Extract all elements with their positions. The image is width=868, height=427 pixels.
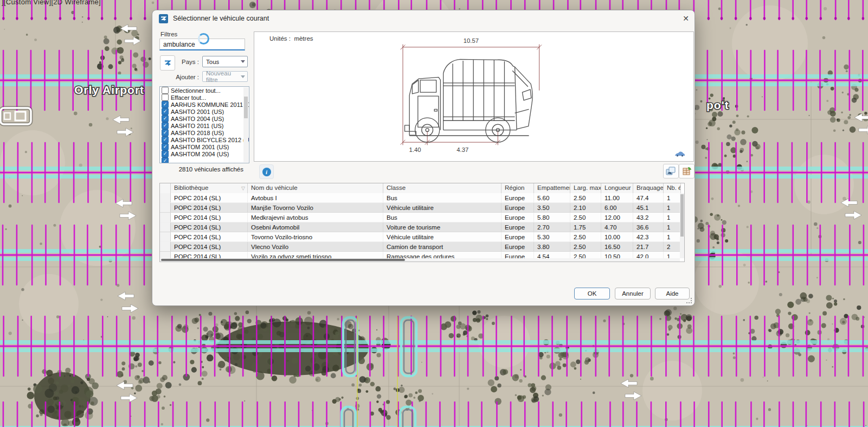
table-export-icon (681, 166, 692, 176)
row-selector[interactable] (160, 213, 171, 222)
library-filter-list[interactable]: Sélectionner tout...Effacer tout...✓AARH… (159, 86, 249, 163)
table-vertical-scrollbar[interactable] (680, 193, 684, 258)
cell: 5.80 (534, 213, 570, 222)
units-label: Unités : (269, 35, 291, 42)
scrollbar-thumb[interactable] (244, 97, 248, 118)
column-header-3[interactable]: Classe (383, 183, 501, 193)
row-selector[interactable] (160, 252, 171, 258)
cell: Voiture de tourisme (383, 222, 501, 232)
checkbox-checked[interactable]: ✓ (162, 143, 169, 150)
row-selector-header[interactable] (160, 183, 171, 193)
info-button[interactable]: i (259, 164, 274, 179)
cell: 1 (664, 252, 680, 258)
cell: 2.10 (570, 203, 601, 212)
cell: POPC 2014 (SL) (171, 193, 248, 202)
column-header-8[interactable]: Braquage... (633, 183, 664, 193)
cancel-button[interactable]: Annuler (615, 288, 651, 299)
map-label-airport-partial: po't (706, 99, 729, 111)
checkbox-checked[interactable]: ✓ (162, 122, 169, 129)
filter-list-item[interactable]: ✓AASHTOM 2004 (US) (160, 150, 249, 157)
row-selector[interactable] (160, 222, 171, 232)
filter-list-item[interactable]: ✓AASHTO 2011 (US) (160, 122, 249, 129)
report-pages-icon (665, 166, 677, 176)
table-row[interactable]: POPC 2014 (SL)Osebni AvtomobilVoiture de… (160, 222, 680, 232)
table-row[interactable]: POPC 2014 (SL)Vlecno VoziloCamion de tra… (160, 242, 680, 252)
ok-button[interactable]: OK (574, 288, 610, 299)
cell: 2 (664, 242, 680, 251)
filter-list-item[interactable]: ✓ (160, 157, 249, 163)
filter-list-item[interactable]: ✓AASHTOM 2001 (US) (160, 143, 249, 150)
cell: 4.54 (534, 252, 570, 258)
units-value: mètres (294, 35, 313, 42)
checkbox-checked[interactable]: ✓ (162, 157, 169, 163)
checkbox-checked[interactable]: ✓ (162, 129, 169, 136)
cell: 45.1 (633, 203, 664, 212)
checkbox-unchecked[interactable] (162, 94, 169, 101)
cell: Medkrajevni avtobus (248, 213, 383, 222)
row-selector[interactable] (160, 203, 171, 212)
checkbox-checked[interactable]: ✓ (162, 136, 169, 143)
country-label: Pays : (171, 59, 199, 65)
cell: 1 (664, 232, 680, 241)
cell: 2.50 (570, 193, 601, 202)
country-select[interactable]: Tous (202, 56, 248, 67)
vehicle-table: Bibliothèque▽Nom du véhiculeClasseRégion… (159, 183, 685, 262)
scrollbar-thumb[interactable] (680, 194, 684, 237)
table-row[interactable]: POPC 2014 (SL)Avtobus IBusEurope5.602.50… (160, 193, 680, 203)
column-header-5[interactable]: Empattement (534, 183, 570, 193)
checkbox-unchecked[interactable] (162, 87, 169, 94)
table-row[interactable]: POPC 2014 (SL)Medkrajevni avtobusBusEuro… (160, 213, 680, 222)
column-header-4[interactable]: Région (501, 183, 534, 193)
cell: 47.4 (633, 193, 664, 202)
row-selector[interactable] (160, 232, 171, 241)
checkbox-checked[interactable]: ✓ (162, 101, 169, 108)
add-filter-select[interactable]: Nouveau filtre (202, 71, 248, 82)
cell: 1 (664, 203, 680, 212)
table-row[interactable]: POPC 2014 (SL)Vozilo za odvoz smeti trio… (160, 252, 680, 258)
dialog-titlebar[interactable]: Sélectionner le véhicule courant ✕ (152, 10, 695, 27)
column-header-6[interactable]: Larg. max (570, 183, 601, 193)
filter-list-item-label: Sélectionner tout... (171, 87, 221, 94)
country-select-value: Tous (206, 59, 219, 65)
cell: 16.50 (601, 242, 633, 251)
table-horizontal-scrollbar[interactable] (160, 258, 680, 262)
filter-list-item[interactable]: ✓AASHTO 2004 (US) (160, 115, 249, 122)
filter-list-item[interactable]: ✓AASHTO 2001 (US) (160, 108, 249, 115)
checkbox-checked[interactable]: ✓ (162, 108, 169, 115)
filter-list-item[interactable]: ✓AARHUS KOMMUNE 2011 (D (160, 101, 249, 108)
column-header-7[interactable]: Longueur (601, 183, 633, 193)
cell: 42.0 (633, 252, 664, 258)
cell: 2.50 (570, 252, 601, 258)
car-thumbnail-icon (674, 151, 685, 157)
filter-list-item[interactable]: Effacer tout... (160, 94, 249, 101)
column-header-1[interactable]: Bibliothèque▽ (171, 183, 248, 193)
cell: 42.3 (633, 232, 664, 241)
filter-list-scrollbar[interactable] (243, 87, 248, 162)
help-button[interactable]: Aide (655, 288, 690, 299)
cell: Europe (501, 193, 534, 202)
scrollbar-thumb[interactable] (161, 259, 405, 261)
cell: 3.80 (534, 242, 570, 251)
filter-list-item[interactable]: Sélectionner tout... (160, 87, 249, 94)
cell: Ramassage des ordures (383, 252, 501, 258)
vehicle-report-button[interactable] (663, 164, 679, 179)
vehicle-table-button[interactable] (679, 164, 695, 179)
column-header-2[interactable]: Nom du véhicule (248, 183, 383, 193)
checkbox-checked[interactable]: ✓ (162, 115, 169, 122)
cell: POPC 2014 (SL) (171, 213, 248, 222)
add-filter-label: Ajouter : (164, 74, 199, 80)
resize-grip[interactable] (686, 298, 692, 303)
table-body: POPC 2014 (SL)Avtobus IBusEurope5.602.50… (160, 193, 680, 258)
row-selector[interactable] (160, 242, 171, 251)
table-row[interactable]: POPC 2014 (SL)Tovorno Vozilo-triosnoVéhi… (160, 232, 680, 242)
dialog-title: Sélectionner le véhicule courant (173, 15, 269, 22)
filter-list-item[interactable]: ✓AASHTO BICYCLES 2012 (U: (160, 136, 249, 143)
checkbox-checked[interactable]: ✓ (162, 150, 169, 157)
cell: Bus (383, 193, 501, 202)
row-selector[interactable] (160, 193, 171, 202)
column-header-9[interactable]: Nb. élém... (664, 183, 681, 193)
table-row[interactable]: POPC 2014 (SL)Manjše Tovorno VoziloVéhic… (160, 203, 680, 213)
cell: Vlecno Vozilo (248, 242, 383, 251)
close-icon[interactable]: ✕ (679, 12, 692, 24)
filter-list-item[interactable]: ✓AASHTO 2018 (US) (160, 129, 249, 136)
